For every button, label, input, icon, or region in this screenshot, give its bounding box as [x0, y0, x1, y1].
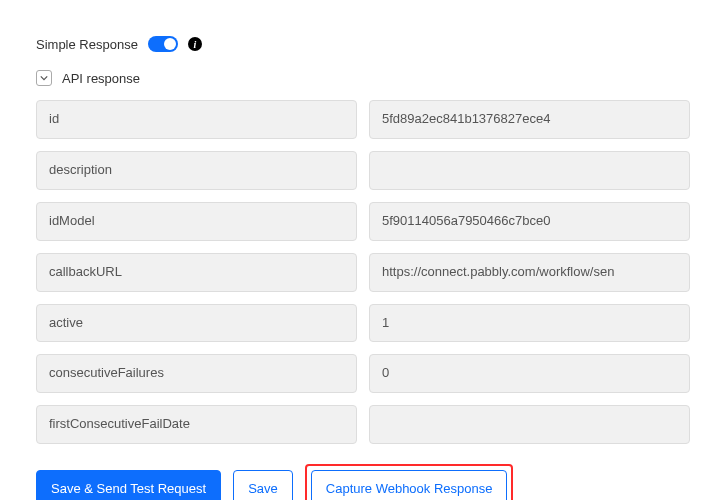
simple-response-toggle[interactable]	[148, 36, 178, 52]
capture-highlight: Capture Webhook Response	[305, 464, 514, 500]
field-row: 0	[36, 354, 690, 393]
field-key-consecutivefailures[interactable]	[36, 354, 357, 393]
field-value-consecutivefailures[interactable]: 0	[369, 354, 690, 393]
capture-webhook-response-button[interactable]: Capture Webhook Response	[311, 470, 508, 500]
field-key-idmodel[interactable]	[36, 202, 357, 241]
field-key-id[interactable]	[36, 100, 357, 139]
simple-response-row: Simple Response i	[36, 36, 690, 52]
chevron-down-icon	[40, 74, 48, 82]
field-value-active[interactable]: 1	[369, 304, 690, 343]
save-button[interactable]: Save	[233, 470, 293, 500]
fields-list: 5fd89a2ec841b1376827ece4 5f90114056a7950…	[36, 100, 690, 444]
field-value-firstconsecutivefaildate[interactable]	[369, 405, 690, 444]
collapse-toggle[interactable]	[36, 70, 52, 86]
field-row: https://connect.pabbly.com/workflow/sen	[36, 253, 690, 292]
simple-response-label: Simple Response	[36, 37, 138, 52]
field-value-idmodel[interactable]: 5f90114056a7950466c7bce0	[369, 202, 690, 241]
field-row: 1	[36, 304, 690, 343]
field-key-active[interactable]	[36, 304, 357, 343]
field-value-id[interactable]: 5fd89a2ec841b1376827ece4	[369, 100, 690, 139]
action-bar: Save & Send Test Request Save Capture We…	[36, 464, 690, 500]
field-value-callbackurl[interactable]: https://connect.pabbly.com/workflow/sen	[369, 253, 690, 292]
save-send-test-request-button[interactable]: Save & Send Test Request	[36, 470, 221, 500]
section-title: API response	[62, 71, 140, 86]
field-value-description[interactable]	[369, 151, 690, 190]
field-row	[36, 405, 690, 444]
field-key-firstconsecutivefaildate[interactable]	[36, 405, 357, 444]
field-row: 5fd89a2ec841b1376827ece4	[36, 100, 690, 139]
field-row: 5f90114056a7950466c7bce0	[36, 202, 690, 241]
field-key-callbackurl[interactable]	[36, 253, 357, 292]
field-key-description[interactable]	[36, 151, 357, 190]
api-response-header: API response	[36, 70, 690, 86]
field-row	[36, 151, 690, 190]
info-icon[interactable]: i	[188, 37, 202, 51]
